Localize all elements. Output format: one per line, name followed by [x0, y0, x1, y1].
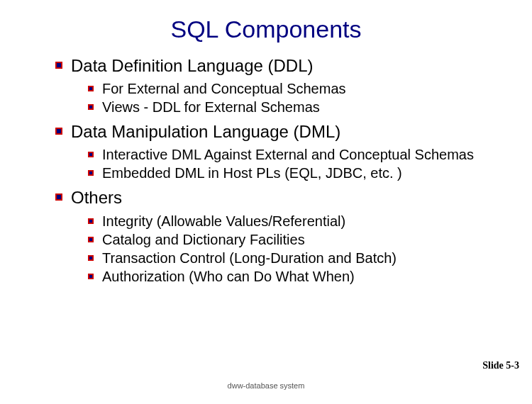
slide-number: Slide 5-3	[482, 360, 519, 371]
slide-footer: dww-database system	[0, 381, 532, 390]
bullet-icon	[88, 274, 94, 279]
list-item-label: Transaction Control (Long-Duration and B…	[102, 249, 489, 267]
section-heading: Others	[71, 186, 489, 208]
section-heading: Data Manipulation Language (DML)	[71, 120, 489, 142]
slide-title: SQL Components	[0, 0, 532, 50]
bullet-icon	[88, 152, 94, 157]
section-others: Others Integrity (Allowable Values/Refer…	[55, 186, 489, 285]
list-item-label: For External and Conceptual Schemas	[102, 79, 489, 98]
section-heading: Data Definition Language (DDL)	[71, 55, 489, 77]
list-item: Embedded DML in Host PLs (EQL, JDBC, etc…	[88, 164, 489, 182]
outline-level1: Data Definition Language (DDL) For Exter…	[55, 55, 489, 286]
bullet-icon	[88, 255, 94, 261]
list-item: Views - DDL for External Schemas	[88, 98, 489, 116]
list-item-label: Embedded DML in Host PLs (EQL, JDBC, etc…	[102, 164, 489, 182]
list-item: For External and Conceptual Schemas	[88, 79, 489, 98]
list-item-label: Interactive DML Against External and Con…	[102, 145, 489, 164]
bullet-icon	[55, 62, 62, 69]
bullet-icon	[88, 104, 94, 110]
slide: SQL Components Data Definition Language …	[0, 0, 532, 404]
list-item-label: Authorization (Who can Do What When)	[102, 267, 489, 286]
section-dml: Data Manipulation Language (DML) Interac…	[55, 120, 489, 182]
list-item: Authorization (Who can Do What When)	[88, 267, 489, 286]
list-item: Integrity (Allowable Values/Referential)	[88, 212, 489, 230]
bullet-icon	[88, 170, 94, 176]
bullet-icon	[55, 128, 62, 135]
list-item: Interactive DML Against External and Con…	[88, 145, 489, 164]
bullet-icon	[88, 86, 94, 91]
outline-level2: For External and Conceptual Schemas View…	[71, 79, 489, 116]
list-item-label: Integrity (Allowable Values/Referential)	[102, 212, 489, 230]
list-item-label: Views - DDL for External Schemas	[102, 98, 489, 116]
list-item: Transaction Control (Long-Duration and B…	[88, 249, 489, 267]
list-item-label: Catalog and Dictionary Facilities	[102, 230, 489, 249]
bullet-icon	[55, 193, 62, 201]
outline-level2: Integrity (Allowable Values/Referential)…	[71, 212, 489, 286]
list-item: Catalog and Dictionary Facilities	[88, 230, 489, 249]
slide-content: Data Definition Language (DDL) For Exter…	[0, 55, 532, 286]
section-ddl: Data Definition Language (DDL) For Exter…	[55, 55, 489, 116]
bullet-icon	[88, 218, 94, 224]
bullet-icon	[88, 237, 94, 242]
outline-level2: Interactive DML Against External and Con…	[71, 145, 489, 182]
